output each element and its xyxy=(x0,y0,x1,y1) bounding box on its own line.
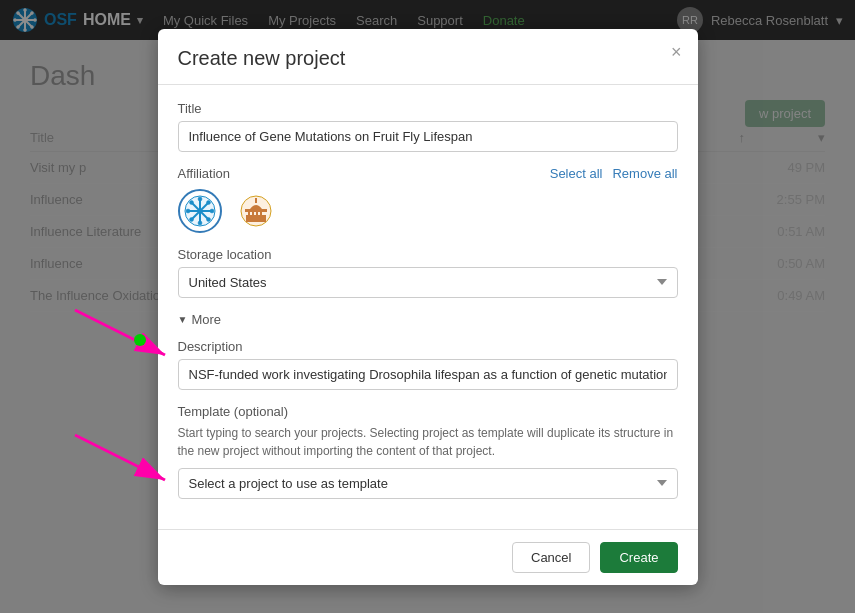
remove-all-link[interactable]: Remove all xyxy=(612,166,677,181)
modal-body: Title Affiliation Select all Remove all xyxy=(158,85,698,529)
affiliation-label-row: Affiliation Select all Remove all xyxy=(178,166,678,181)
affiliation-label: Affiliation xyxy=(178,166,231,181)
affiliation-field-group: Affiliation Select all Remove all xyxy=(178,166,678,233)
more-toggle[interactable]: ▼ More xyxy=(178,312,678,327)
svg-rect-32 xyxy=(245,209,267,212)
modal-footer: Cancel Create xyxy=(158,529,698,585)
template-field-group: Template (optional) Start typing to sear… xyxy=(178,404,678,499)
modal-close-button[interactable]: × xyxy=(671,43,682,61)
description-field-group: Description xyxy=(178,339,678,390)
modal-header: Create new project × xyxy=(158,29,698,85)
svg-point-22 xyxy=(189,200,193,204)
template-select[interactable]: Select a project to use as template xyxy=(178,468,678,499)
template-label: Template (optional) xyxy=(178,404,678,419)
description-input[interactable] xyxy=(178,359,678,390)
affiliation-icon-snowflake[interactable] xyxy=(178,189,222,233)
template-description: Start typing to search your projects. Se… xyxy=(178,424,678,460)
select-all-link[interactable]: Select all xyxy=(550,166,603,181)
description-label: Description xyxy=(178,339,678,354)
modal-title: Create new project xyxy=(178,47,346,69)
svg-rect-27 xyxy=(246,215,266,222)
institution-svg xyxy=(240,195,272,227)
svg-point-19 xyxy=(198,221,202,225)
svg-point-18 xyxy=(198,197,202,201)
create-button[interactable]: Create xyxy=(600,542,677,573)
svg-point-24 xyxy=(206,200,210,204)
storage-label: Storage location xyxy=(178,247,678,262)
title-input[interactable] xyxy=(178,121,678,152)
cancel-button[interactable]: Cancel xyxy=(512,542,590,573)
affiliation-links: Select all Remove all xyxy=(550,166,678,181)
svg-rect-33 xyxy=(255,198,257,203)
snowflake-svg xyxy=(184,195,216,227)
storage-select[interactable]: United StatesCanadaGermanyAustralia xyxy=(178,267,678,298)
title-field-group: Title xyxy=(178,101,678,152)
affiliation-icon-institution[interactable] xyxy=(234,189,278,233)
svg-point-20 xyxy=(186,209,190,213)
svg-point-23 xyxy=(206,217,210,221)
title-label: Title xyxy=(178,101,678,116)
affiliation-icons-container xyxy=(178,189,678,233)
modal-overlay: Create new project × Title Affiliation S… xyxy=(0,0,855,613)
svg-point-25 xyxy=(189,217,193,221)
more-triangle-icon: ▼ xyxy=(178,314,188,325)
storage-field-group: Storage location United StatesCanadaGerm… xyxy=(178,247,678,298)
svg-point-21 xyxy=(210,209,214,213)
create-project-modal: Create new project × Title Affiliation S… xyxy=(158,29,698,585)
more-label: More xyxy=(191,312,221,327)
